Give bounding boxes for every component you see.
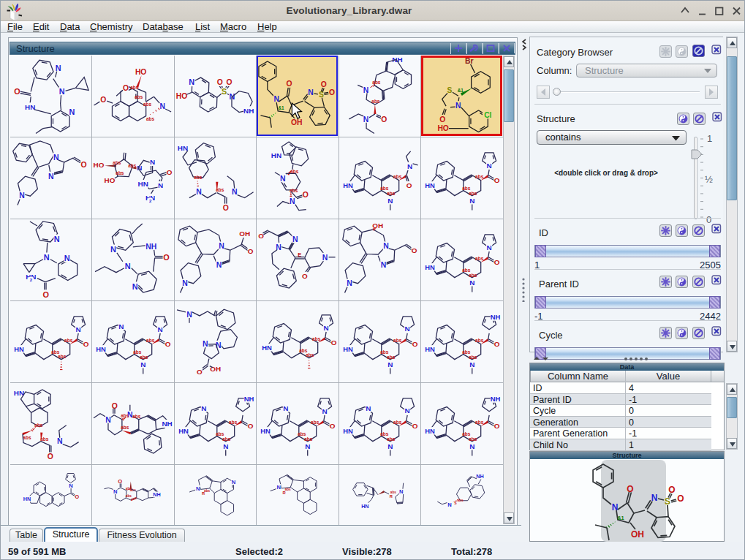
svg-text:O: O	[48, 453, 53, 461]
svg-text:HO: HO	[94, 161, 105, 169]
svg-text:abs: abs	[147, 338, 156, 343]
svg-text:HO: HO	[135, 68, 147, 76]
svg-text:O: O	[412, 340, 417, 348]
svg-text:N: N	[158, 181, 163, 189]
svg-text:HO: HO	[105, 176, 116, 184]
svg-text:N: N	[182, 279, 188, 287]
svg-text:N: N	[59, 87, 65, 96]
svg-text:NH: NH	[154, 491, 161, 498]
svg-text:abs: abs	[469, 436, 477, 441]
svg-text:abs: abs	[40, 436, 49, 441]
svg-text:O: O	[329, 88, 335, 97]
svg-text:abs: abs	[387, 190, 396, 195]
svg-text:HN: HN	[343, 181, 353, 189]
svg-text:HN: HN	[262, 344, 272, 352]
svg-text:HN: HN	[425, 427, 435, 435]
svg-text:N: N	[347, 279, 352, 287]
svg-text:N: N	[308, 88, 313, 97]
svg-text:O: O	[226, 78, 232, 86]
svg-text:abs: abs	[387, 436, 396, 441]
svg-text:N: N	[407, 162, 412, 170]
svg-text:abs: abs	[116, 170, 125, 175]
svg-text:abs: abs	[475, 174, 484, 179]
svg-text:O: O	[331, 338, 337, 347]
svg-text:abs: abs	[380, 349, 389, 354]
svg-text:N: N	[277, 484, 281, 491]
svg-text:OH: OH	[631, 529, 644, 540]
svg-text:N: N	[290, 197, 295, 205]
svg-text:abs: abs	[393, 338, 402, 343]
svg-text:O: O	[677, 493, 684, 504]
svg-text:N: N	[223, 442, 228, 450]
svg-text:HN: HN	[138, 180, 148, 188]
svg-text:abs: abs	[216, 431, 224, 436]
svg-text:O: O	[321, 80, 327, 88]
svg-text:HO: HO	[175, 92, 187, 100]
svg-text:N: N	[232, 188, 238, 196]
svg-text:abs: abs	[475, 338, 484, 343]
svg-text:NH: NH	[243, 107, 254, 115]
svg-text:abs: abs	[135, 94, 143, 99]
svg-text:abs: abs	[126, 493, 132, 497]
svg-text:abs: abs	[462, 349, 471, 354]
svg-text:O: O	[101, 96, 107, 104]
svg-text:abs: abs	[380, 431, 389, 436]
svg-text:abs: abs	[469, 190, 477, 195]
svg-text:abs: abs	[194, 175, 203, 180]
svg-text:abs: abs	[204, 488, 211, 492]
svg-text:abs: abs	[34, 423, 43, 428]
svg-text:HN: HN	[271, 151, 281, 159]
svg-text:O: O	[81, 160, 87, 168]
svg-text:O: O	[222, 204, 228, 212]
svg-text:abs: abs	[23, 434, 31, 439]
svg-text:O: O	[406, 181, 412, 189]
svg-text:abs: abs	[216, 186, 224, 192]
svg-text:N: N	[196, 187, 202, 195]
svg-text:O: O	[412, 422, 417, 430]
svg-text:N: N	[322, 406, 328, 415]
svg-text:N: N	[69, 107, 75, 116]
svg-text:NH: NH	[491, 395, 501, 403]
svg-text:N: N	[363, 86, 368, 94]
svg-text:N: N	[196, 485, 200, 491]
svg-text:O: O	[494, 422, 500, 430]
svg-text:O: O	[494, 340, 500, 348]
svg-text:abs: abs	[371, 99, 379, 104]
svg-text:S: S	[447, 86, 453, 94]
svg-text:Br: Br	[465, 57, 474, 65]
svg-text:N: N	[106, 415, 112, 423]
svg-text:S: S	[454, 501, 457, 505]
svg-text:Cl: Cl	[484, 111, 491, 119]
svg-text:abs: abs	[304, 436, 313, 441]
svg-text:N: N	[651, 493, 658, 503]
svg-text:N: N	[48, 172, 54, 180]
svg-text:N: N	[366, 404, 371, 412]
svg-text:OH: OH	[291, 118, 303, 126]
svg-text:abs: abs	[146, 116, 154, 121]
svg-text:abs: abs	[469, 354, 477, 359]
svg-text:N: N	[292, 235, 298, 243]
svg-text:NH: NH	[146, 242, 157, 250]
svg-text:O: O	[83, 340, 89, 348]
svg-text:abs: abs	[469, 272, 477, 277]
svg-text:N: N	[383, 242, 389, 250]
svg-text:abs: abs	[475, 420, 484, 425]
svg-text:HN: HN	[14, 345, 24, 353]
svg-text:N: N	[387, 442, 393, 450]
svg-text:N: N	[469, 360, 474, 368]
svg-text:O: O	[75, 493, 79, 499]
svg-text:N: N	[363, 116, 368, 124]
svg-text:O: O	[165, 340, 171, 348]
svg-text:N: N	[274, 95, 279, 103]
svg-text:HN: HN	[343, 345, 353, 353]
svg-text:N: N	[283, 404, 288, 412]
svg-text:abs: abs	[113, 160, 122, 165]
svg-text:N: N	[56, 64, 61, 72]
svg-text:O: O	[14, 87, 20, 96]
svg-text:O: O	[287, 80, 292, 88]
svg-text:O: O	[439, 116, 445, 124]
svg-text:abs: abs	[64, 338, 73, 343]
svg-text:OH: OH	[239, 230, 250, 238]
svg-text:O: O	[303, 191, 309, 199]
svg-text:N: N	[404, 325, 409, 333]
